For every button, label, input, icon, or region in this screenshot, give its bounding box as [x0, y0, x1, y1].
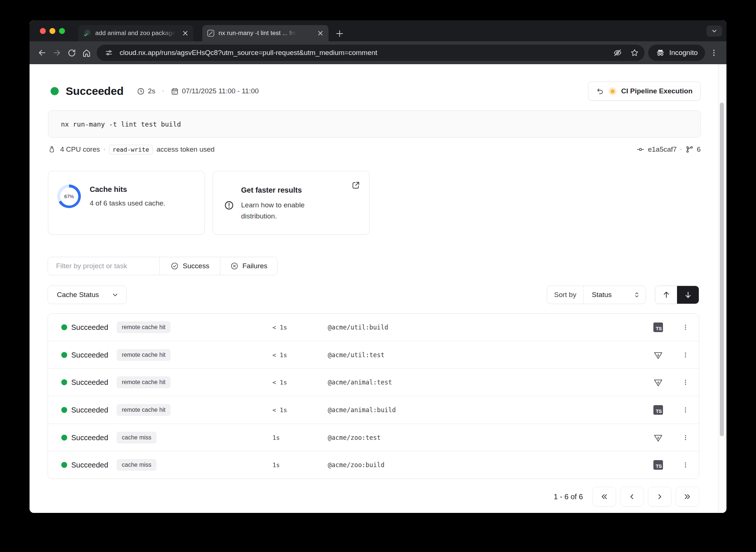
reload-icon[interactable] [64, 45, 79, 60]
success-chip-label: Success [183, 262, 209, 270]
task-status-dot [61, 407, 67, 413]
vitest-icon [653, 377, 663, 387]
distribution-title: Get faster results [241, 186, 359, 194]
new-tab-button[interactable] [335, 29, 344, 38]
distribution-line2: distribution. [241, 212, 277, 220]
previous-page-button[interactable] [620, 487, 644, 507]
run-command-box: nx run-many -t lint test build [48, 110, 701, 138]
scrollbar-thumb[interactable] [720, 103, 724, 436]
task-name: @acme/animal:build [328, 406, 396, 414]
page-scrollbar[interactable] [718, 64, 726, 512]
browser-menu-icon[interactable] [707, 45, 721, 60]
tab-strip: add animal and zoo packages nx run-many … [30, 20, 726, 41]
row-menu-icon[interactable] [681, 376, 690, 389]
last-page-button[interactable] [676, 487, 699, 507]
page-title: Succeeded [66, 85, 124, 97]
sort-direction-toggle [655, 286, 699, 304]
cache-badge: cache miss [117, 459, 157, 471]
cache-badge: cache miss [117, 432, 157, 444]
cache-hit-percent: 67% [64, 194, 74, 199]
task-status: Succeeded [71, 351, 108, 359]
cache-status-dropdown[interactable]: Cache Status [48, 286, 127, 304]
task-row[interactable]: Succeeded cache miss 1s @acme/zoo:build … [48, 451, 699, 479]
site-settings-icon[interactable] [103, 46, 115, 59]
cpu-cores-label: 4 CPU cores [60, 145, 100, 153]
bookmark-star-icon[interactable] [628, 46, 641, 59]
git-branch-icon [685, 145, 694, 153]
task-status-dot [61, 462, 67, 468]
next-page-button[interactable] [648, 487, 671, 507]
cache-badge: remote cache hit [117, 349, 171, 361]
first-page-button[interactable] [592, 487, 616, 507]
task-status: Succeeded [71, 378, 108, 387]
commit-sha[interactable]: e1a5caf7 [648, 145, 677, 153]
run-header: Succeeded 2s 07/11/2025 11:00 - 11:00 [51, 82, 259, 101]
forward-icon[interactable] [49, 45, 64, 60]
minimize-window-button[interactable] [49, 28, 55, 34]
cache-hits-card: 67% Cache hits 4 of 6 tasks used cache. [48, 171, 205, 235]
row-menu-icon[interactable] [681, 321, 690, 334]
tab-title: nx run-many -t lint test ... fro [219, 30, 297, 37]
external-link-icon[interactable] [351, 181, 360, 190]
cache-hits-title: Cache hits [90, 185, 165, 194]
pagination: 1 - 6 of 6 [554, 487, 699, 507]
task-duration: < 1s [272, 379, 287, 386]
filter-success-chip[interactable]: Success [159, 257, 220, 275]
row-menu-icon[interactable] [681, 349, 690, 361]
task-row[interactable]: Succeeded remote cache hit < 1s @acme/an… [48, 368, 699, 396]
back-icon[interactable] [35, 45, 49, 60]
tab-nx-cloud-run[interactable]: nx run-many -t lint test ... fro [202, 25, 329, 41]
task-status: Succeeded [71, 406, 108, 414]
separator-dot [680, 149, 682, 150]
row-menu-icon[interactable] [681, 431, 690, 444]
check-circle-icon [171, 262, 179, 270]
close-tab-icon[interactable] [317, 30, 323, 36]
tool-icon: TS [653, 405, 663, 415]
row-menu-icon[interactable] [681, 459, 690, 471]
incognito-badge: Incognito [648, 45, 705, 61]
close-window-button[interactable] [40, 28, 46, 34]
task-name: @acme/util:test [328, 351, 385, 359]
distribution-line1: Learn how to enable [241, 201, 305, 209]
tool-icon: TS [653, 432, 663, 443]
sort-descending-button[interactable] [677, 286, 699, 304]
task-status-dot [61, 352, 67, 358]
run-status-dot [51, 87, 59, 95]
typescript-icon: TS [653, 460, 663, 470]
sort-ascending-button[interactable] [655, 286, 677, 304]
run-command: nx run-many -t lint test build [61, 120, 181, 128]
task-duration: < 1s [272, 406, 287, 413]
task-duration: 1s [272, 462, 280, 469]
pagination-label: 1 - 6 of 6 [554, 493, 583, 501]
zoom-window-button[interactable] [59, 28, 65, 34]
sort-select[interactable]: Status [584, 286, 646, 304]
address-bar[interactable]: cloud.nx.app/runs/agsvEHsQc8?utm_source=… [97, 45, 645, 61]
browser-toolbar: cloud.nx.app/runs/agsvEHsQc8?utm_source=… [30, 41, 726, 64]
run-group-count[interactable]: 6 [697, 145, 701, 153]
traffic-lights [40, 28, 65, 34]
tool-icon: TS [653, 322, 663, 332]
task-row[interactable]: Succeeded cache miss 1s @acme/zoo:test T… [48, 424, 699, 451]
task-row[interactable]: Succeeded remote cache hit < 1s @acme/ut… [48, 314, 699, 341]
run-date-range: 07/11/2025 11:00 - 11:00 [182, 87, 259, 95]
distribution-card[interactable]: Get faster results Learn how to enable d… [213, 171, 370, 235]
vitest-icon [653, 433, 663, 442]
tab-search-button[interactable] [707, 25, 722, 37]
failures-chip-label: Failures [243, 262, 268, 270]
filter-failures-chip[interactable]: Failures [220, 257, 277, 275]
home-icon[interactable] [79, 45, 94, 60]
task-row[interactable]: Succeeded remote cache hit < 1s @acme/an… [48, 396, 699, 424]
filter-input[interactable] [48, 257, 159, 275]
separator-dot [104, 149, 105, 150]
task-duration: < 1s [272, 324, 287, 331]
eye-off-icon[interactable] [611, 46, 624, 59]
clock-icon [137, 87, 145, 95]
close-tab-icon[interactable] [182, 30, 188, 36]
access-token-badge: read-write [109, 145, 153, 155]
tab-github-pr[interactable]: add animal and zoo packages [78, 25, 193, 41]
ci-pipeline-execution-button[interactable]: CI Pipeline Execution [588, 82, 701, 101]
cache-badge: remote cache hit [117, 404, 171, 416]
incognito-icon [656, 48, 665, 58]
row-menu-icon[interactable] [681, 404, 690, 416]
task-row[interactable]: Succeeded remote cache hit < 1s @acme/ut… [48, 341, 699, 369]
